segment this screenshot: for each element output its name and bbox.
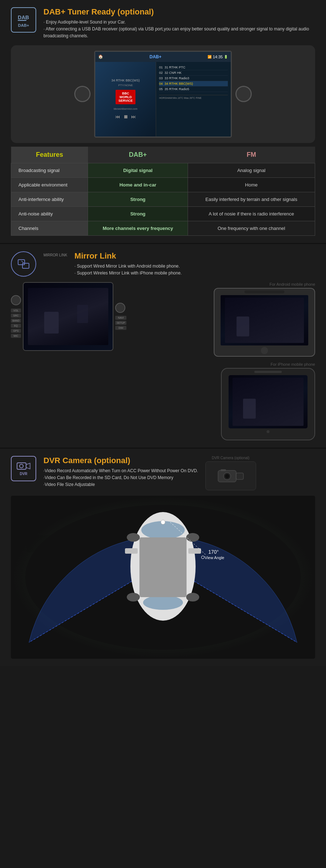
dab-title: DAB+ Tuner Ready (optional): [43, 7, 315, 17]
dab-environment: Home and in-car: [88, 177, 188, 192]
svg-point-23: [186, 533, 199, 542]
feature-environment: Applicable environment: [11, 177, 88, 192]
dvr-desc3: ·Video File Size Adjustable: [43, 481, 198, 488]
android-phone-container: For Android mobile phone: [214, 282, 315, 357]
channel-01: 01 31 RTHK PTC: [159, 65, 228, 70]
car-top-view: www.witson.com www.witson.com: [11, 496, 315, 659]
dab-desc2: · After connecting a USB DAB receiver (o…: [43, 26, 315, 39]
screen-right: 01 31 RTHK PTC 02 32 CNR HK 03 33 RTHK R…: [156, 62, 231, 137]
table-row: Channels More channels every frequency O…: [11, 221, 315, 235]
dab-screen: 🏠 DAB+ 📶 14:35 🔋 34 RTHK BBC(WS) PTY:NON…: [94, 51, 232, 138]
svg-point-24: [127, 593, 140, 601]
table-header-fm: FM: [188, 147, 315, 163]
table-header-dab: DAB+: [88, 147, 188, 163]
dab-icon: DAB DAB+: [11, 7, 36, 33]
dvr-desc1: ·Video Record Automatically When Turn on…: [43, 467, 198, 474]
mirror-icon: [11, 251, 36, 277]
mirror-icon-label-container: MIRROR LINK: [43, 251, 67, 257]
channel-02: 02 32 CNR HK: [159, 70, 228, 76]
car-unit-mockup: 🏠 DAB+ 📶 14:35 🔋 34 RTHK BBC(WS) PTY:NON…: [11, 45, 315, 143]
svg-point-22: [127, 533, 140, 542]
mirror-description: Mirror Link · Support Wired Mirror Link …: [75, 251, 182, 277]
svg-point-26: [161, 520, 165, 524]
bottom-bar: HORSHAM:Min.16°C Max.39°C FINE: [159, 95, 228, 99]
svg-point-10: [225, 474, 229, 478]
mirror-desc1: · Support Wired Mirror Link with Android…: [75, 263, 182, 270]
screen-content: 34 RTHK BBC(WS) PTY:NONE BBC WORLD SERVI…: [95, 62, 231, 137]
dvr-camera-label: DVR Camera (optional): [205, 456, 256, 460]
fm-channels: One frequency with one channel: [188, 221, 315, 235]
dvr-header: DVR DVR Camera (optional) ·Video Record …: [11, 456, 315, 490]
screen-time: 14:35: [213, 55, 223, 59]
table-header-features: Features: [11, 147, 88, 163]
fm-environment: Home: [188, 177, 315, 192]
mirror-desc2: · Support Wireles Mirror Link with iPhon…: [75, 270, 182, 277]
android-phone: [214, 288, 315, 357]
fm-broadcasting: Analog signal: [188, 163, 315, 177]
dab-icon-label: DAB+: [18, 23, 29, 28]
channel-03: 03 33 RTHK Radio3: [159, 76, 228, 81]
svg-rect-20: [125, 548, 138, 554]
iphone-container: For iPhone mobile phone: [221, 362, 315, 440]
screen-left: 34 RTHK BBC(WS) PTY:NONE BBC WORLD SERVI…: [95, 62, 156, 137]
fm-interference: Easily interfered by terrain and other s…: [188, 192, 315, 206]
car-svg: 170° View Angle: [11, 498, 315, 657]
svg-point-18: [143, 595, 183, 610]
table-row: Applicable environment Home and in-car H…: [11, 177, 315, 192]
feature-noise: Anti-noise ability: [11, 206, 88, 221]
dab-header: DAB DAB+ DAB+ Tuner Ready (optional) · E…: [11, 7, 315, 40]
screen-top-bar: 🏠 DAB+ 📶 14:35 🔋: [95, 52, 231, 62]
iphone: [221, 368, 315, 440]
svg-rect-21: [188, 548, 201, 554]
table-row: Anti-interfernce ability Strong Easily i…: [11, 192, 315, 206]
mirror-section: MIRROR LINK Mirror Link · Support Wired …: [0, 243, 326, 448]
svg-rect-1: [18, 20, 26, 21]
dvr-description: DVR Camera (optional) ·Video Record Auto…: [43, 456, 198, 488]
svg-rect-11: [236, 473, 243, 479]
svg-point-25: [186, 593, 199, 601]
dvr-title: DVR Camera (optional): [43, 456, 198, 465]
dab-channels: More channels every frequency: [88, 221, 188, 235]
svg-marker-7: [26, 463, 30, 469]
channel-05: 05 35 RTHK Radio5: [159, 87, 228, 92]
mirror-title: Mirror Link: [75, 251, 182, 261]
dvr-demo: www.witson.com www.witson.com: [11, 496, 315, 659]
svg-rect-3: [22, 263, 29, 268]
svg-point-6: [20, 464, 23, 468]
svg-rect-5: [17, 463, 26, 469]
svg-text:DAB: DAB: [18, 14, 29, 20]
feature-interference: Anti-interfernce ability: [11, 192, 88, 206]
mirror-demo: VOL SRC BAND EQ GPS MIC: [11, 282, 315, 440]
dvr-icon: DVR: [11, 456, 36, 481]
bbc-logo: BBC WORLD SERVICE: [116, 90, 135, 104]
svg-rect-12: [221, 469, 226, 471]
mirror-phones: For Android mobile phone For iPhone mobi…: [214, 282, 315, 440]
mirror-header: MIRROR LINK Mirror Link · Support Wired …: [11, 251, 315, 277]
dab-desc1: · Enjoy Audiophile-level Sound in your C…: [43, 19, 315, 26]
dab-section: DAB DAB+ DAB+ Tuner Ready (optional) · E…: [0, 0, 326, 243]
channel-04: 04 34 RTHK BBC(WS): [159, 81, 228, 87]
iphone-label: For iPhone mobile phone: [271, 362, 315, 366]
svg-text:View Angle: View Angle: [205, 555, 224, 560]
feature-broadcasting: Broadcasting signal: [11, 163, 88, 177]
dab-interference: Strong: [88, 192, 188, 206]
station-name: 34 RTHK BBC(WS): [111, 79, 139, 82]
screen-dab-label: DAB+: [150, 54, 162, 59]
bbc-url: bbcworldservice.com: [114, 108, 137, 110]
svg-rect-2: [18, 260, 25, 265]
mirror-icon-label: MIRROR LINK: [43, 253, 67, 257]
comparison-table: Features DAB+ FM Broadcasting signal Dig…: [11, 147, 315, 236]
dab-description: DAB+ Tuner Ready (optional) · Enjoy Audi…: [43, 7, 315, 40]
dvr-desc2: ·Video Can Be Recorded in the SD Card, D…: [43, 474, 198, 481]
android-label: For Android mobile phone: [269, 282, 315, 286]
svg-rect-19: [139, 537, 187, 597]
table-row: Broadcasting signal Digital signal Analo…: [11, 163, 315, 177]
pty: PTY:NONE: [118, 84, 133, 87]
fm-noise: A lot of nosie if there is radio interfe…: [188, 206, 315, 221]
dab-noise: Strong: [88, 206, 188, 221]
mirror-car-unit: VOL SRC BAND EQ GPS MIC: [11, 282, 206, 440]
feature-channels: Channels: [11, 221, 88, 235]
svg-text:170°: 170°: [208, 549, 219, 555]
dvr-icon-label: DVR: [20, 472, 27, 476]
dvr-camera-image: DVR Camera (optional): [205, 456, 256, 490]
